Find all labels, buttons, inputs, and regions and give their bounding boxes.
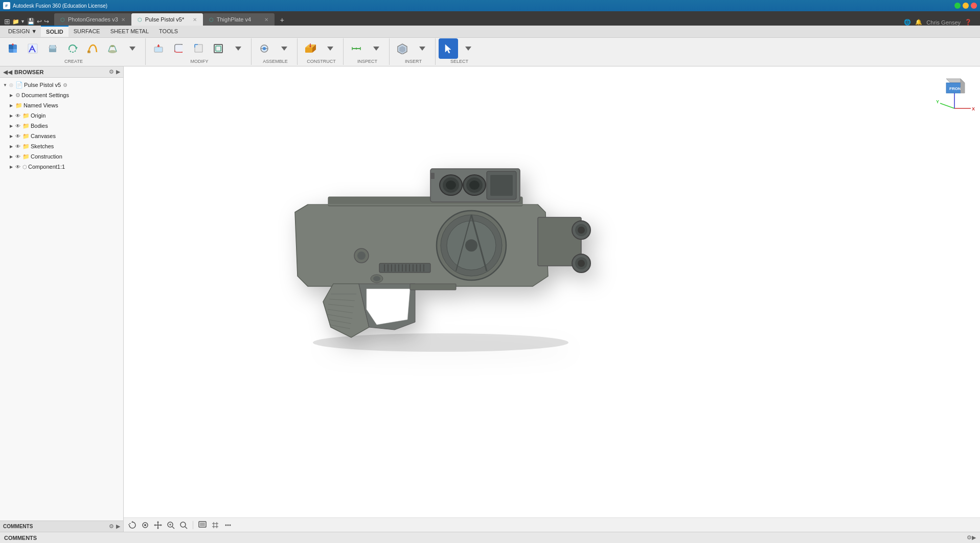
svg-point-58 (578, 227, 585, 234)
tree-item-component1[interactable]: ▶ 👁 ⬡ Component1:1 (0, 162, 123, 172)
tree-item-doc-settings[interactable]: ▶ ⚙ Document Settings (0, 90, 123, 100)
undo-button[interactable]: ↩ (37, 18, 42, 25)
svg-point-105 (144, 524, 146, 526)
construct-dropdown-button[interactable] (321, 38, 340, 59)
minimize-button[interactable] (954, 3, 961, 9)
browser-arrow-icon[interactable]: ▶ (116, 69, 120, 75)
svg-point-48 (446, 180, 456, 190)
viewcube[interactable]: X Y Z FRONT (934, 72, 975, 112)
insert-dropdown-button[interactable] (413, 38, 432, 59)
tab-close-pulse[interactable]: ✕ (193, 17, 197, 22)
svg-point-124 (230, 524, 231, 526)
extrude-button[interactable] (43, 38, 62, 59)
create-dropdown-button[interactable] (123, 38, 142, 59)
comments-settings-icon[interactable]: ⚙ (967, 534, 972, 541)
modify-dropdown-button[interactable] (229, 38, 248, 59)
create-sketch-button[interactable] (23, 38, 42, 59)
folder-icon-named-views: 📁 (15, 102, 22, 109)
look-at-button[interactable] (140, 520, 151, 530)
svg-text:Y: Y (936, 99, 939, 104)
tree-label-sketches: Sketches (31, 143, 54, 149)
fillet-button[interactable] (169, 38, 188, 59)
toolbar-tab-sheet-metal[interactable]: SHEET METAL (105, 26, 154, 37)
help-icon[interactable]: ❓ (965, 19, 972, 26)
viewport-more-button[interactable] (222, 520, 234, 530)
window-controls[interactable] (954, 3, 977, 9)
display-settings-button[interactable] (197, 520, 208, 530)
construct-plane-button[interactable] (301, 38, 320, 59)
svg-point-67 (465, 239, 477, 252)
chamfer-button[interactable] (189, 38, 208, 59)
svg-rect-77 (379, 263, 430, 273)
eye-icon-component1: 👁 (15, 164, 20, 170)
insert-button[interactable] (393, 38, 412, 59)
revolve-button[interactable] (63, 38, 82, 59)
zoom-button[interactable] (178, 520, 189, 530)
sidebar-expand-icon[interactable]: ⚙ (109, 523, 114, 530)
grid-menu-button[interactable]: ⊞ (4, 17, 10, 26)
tree-item-sketches[interactable]: ▶ 👁 📁 Sketches (0, 141, 123, 151)
zoom-fit-button[interactable] (165, 520, 176, 530)
loft-button[interactable] (103, 38, 122, 59)
file-menu-button[interactable]: 📁 ▼ (12, 18, 25, 25)
browser-settings-icon[interactable]: ⚙ (109, 69, 114, 75)
design-dropdown[interactable]: DESIGN ▼ (4, 26, 41, 37)
measure-button[interactable] (347, 38, 366, 59)
pan-button[interactable] (152, 520, 164, 530)
comments-expand-icon[interactable]: ▶ (972, 534, 976, 541)
tree-item-named-views[interactable]: ▶ 📁 Named Views (0, 100, 123, 110)
grid-display-button[interactable] (210, 520, 221, 530)
tab-close-thigh[interactable]: ✕ (264, 17, 268, 22)
tabs-bar: ⊞ 📁 ▼ 💾 ↩ ↪ ⬡ PhotonGrenades v3 ✕ ⬡ Puls… (0, 11, 980, 26)
tree-item-root[interactable]: ▼ ◎ 📄 Pulse Pistol v5 ⚙ (0, 80, 123, 90)
svg-rect-8 (50, 45, 55, 49)
tab-label-thigh: ThighPlate v4 (217, 16, 251, 22)
sidebar-bottom: COMMENTS ⚙ ▶ (0, 521, 123, 532)
tab-extras: 🌐 🔔 Chris Gensey ❓ (900, 19, 976, 26)
app-title: Autodesk Fusion 360 (Education License) (13, 3, 954, 9)
inspect-group-label: INSPECT (346, 59, 389, 64)
construct-group-label: CONSTRUCT (300, 59, 343, 64)
tab-pulse[interactable]: ⬡ Pulse Pistol v5* ✕ (131, 13, 203, 26)
svg-rect-18 (175, 44, 183, 52)
tree-item-canvases[interactable]: ▶ 👁 📁 Canvases (0, 131, 123, 141)
svg-marker-107 (157, 528, 159, 529)
toolbar-group-create: CREATE (2, 38, 146, 65)
create-group-label: CREATE (2, 59, 145, 64)
collapse-sidebar-button[interactable]: ◀◀ (3, 69, 12, 76)
assemble-dropdown-button[interactable] (275, 38, 294, 59)
svg-marker-108 (154, 524, 155, 526)
toolbar-tab-surface[interactable]: SURFACE (69, 26, 105, 37)
press-pull-button[interactable] (149, 38, 168, 59)
tree-item-origin[interactable]: ▶ 👁 📁 Origin (0, 110, 123, 121)
user-name: Chris Gensey (926, 19, 961, 26)
maximize-button[interactable] (963, 3, 969, 9)
select-button[interactable] (439, 38, 458, 59)
tab-photon[interactable]: ⬡ PhotonGrenades v3 ✕ (54, 13, 131, 26)
tree-item-construction[interactable]: ▶ 👁 📁 Construction (0, 151, 123, 162)
network-icon: 🌐 (904, 19, 911, 26)
tree-item-bodies[interactable]: ▶ 👁 📁 Bodies (0, 121, 123, 131)
tree-label-root: Pulse Pistol v5 (24, 82, 61, 88)
joint-button[interactable] (255, 38, 274, 59)
svg-point-51 (469, 180, 480, 190)
toolbar-tab-solid[interactable]: SOLID (41, 26, 69, 37)
orbit-button[interactable] (127, 520, 138, 530)
svg-line-10 (55, 45, 56, 48)
sweep-button[interactable] (83, 38, 102, 59)
toolbar-tab-tools[interactable]: TOOLS (154, 26, 183, 37)
sidebar-pin-icon[interactable]: ▶ (116, 523, 120, 530)
close-button[interactable] (971, 3, 977, 9)
shell-button[interactable] (209, 38, 228, 59)
tab-close-photon[interactable]: ✕ (121, 17, 125, 22)
inspect-dropdown-button[interactable] (367, 38, 386, 59)
redo-button[interactable]: ↪ (44, 18, 49, 25)
save-button[interactable]: 💾 (27, 18, 35, 25)
viewport[interactable]: X Y Z FRONT (124, 66, 980, 532)
folder-icon-sketches: 📁 (22, 143, 30, 150)
svg-rect-27 (305, 48, 312, 53)
tab-thigh[interactable]: ⬡ ThighPlate v4 ✕ (203, 13, 275, 26)
new-component-button[interactable] (3, 38, 22, 59)
add-tab-button[interactable]: + (277, 14, 288, 26)
select-dropdown-button[interactable] (459, 38, 478, 59)
